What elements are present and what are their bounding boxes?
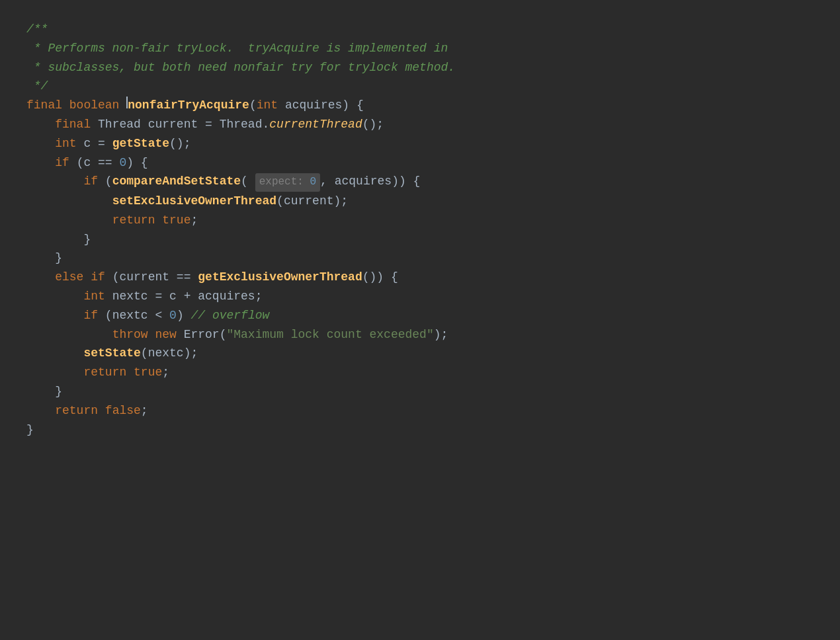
keyword-token: true: [134, 363, 162, 382]
plain-token: , acquires)) {: [320, 172, 420, 191]
plain-token: (nextc);: [141, 344, 198, 363]
string-token: "Maximum lock count exceeded": [226, 325, 433, 344]
method-token: currentThread: [269, 115, 362, 134]
plain-token: [26, 363, 83, 382]
code-line-14: else if (current == getExclusiveOwnerThr…: [26, 268, 814, 287]
plain-token: );: [434, 325, 448, 344]
code-line-9: if (compareAndSetState( expect: 0, acqui…: [26, 172, 814, 192]
plain-token: (: [249, 96, 257, 115]
keyword-token: if: [55, 153, 69, 173]
comment-token: * Performs non-fair tryLock. tryAcquire …: [26, 39, 448, 58]
keyword-token: true: [162, 211, 190, 230]
comment-token: * subclasses, but both need nonfair try …: [26, 58, 455, 77]
code-line-13: }: [26, 249, 814, 268]
function-name-token: compareAndSetState: [112, 172, 241, 191]
keyword-token: if: [83, 306, 98, 325]
keyword-token: final: [55, 115, 98, 134]
plain-token: (current);: [276, 192, 348, 211]
plain-token: [26, 306, 83, 325]
number-token: 0: [169, 306, 177, 325]
comment-token: // overflow: [190, 306, 269, 325]
plain-token: [26, 325, 112, 344]
code-line-17: throw new Error("Maximum lock count exce…: [26, 325, 814, 344]
plain-token: [26, 211, 112, 230]
keyword-token: int: [83, 287, 105, 306]
code-line-19: return true;: [26, 363, 814, 382]
code-line-15: int nextc = c + acquires;: [26, 287, 814, 306]
plain-token: ();: [169, 134, 190, 153]
code-line-12: }: [26, 230, 814, 249]
plain-token: ()) {: [362, 268, 398, 287]
plain-token: nextc = c + acquires;: [105, 287, 263, 306]
plain-token: }: [26, 249, 62, 268]
plain-token: [26, 192, 112, 211]
keyword-token: throw: [112, 325, 155, 344]
code-line-1: /**: [26, 20, 814, 39]
code-line-8: if (c == 0) {: [26, 153, 814, 173]
keyword-token: final: [26, 96, 69, 115]
function-name-token: nonfairTryAcquire: [128, 96, 249, 115]
code-line-16: if (nextc < 0) // overflow: [26, 306, 814, 325]
plain-token: ();: [362, 115, 384, 134]
plain-token: ) {: [126, 153, 147, 173]
keyword-token: return: [112, 211, 163, 230]
plain-token: }: [26, 420, 34, 440]
keyword-token: if: [83, 172, 98, 191]
number-token: 0: [119, 153, 126, 173]
plain-token: (c ==: [69, 153, 120, 173]
plain-token: acquires) {: [285, 96, 364, 115]
code-line-10: setExclusiveOwnerThread(current);: [26, 192, 814, 211]
plain-token: [26, 287, 83, 306]
plain-token: ;: [190, 211, 198, 230]
code-editor: /** * Performs non-fair tryLock. tryAcqu…: [0, 0, 840, 640]
plain-token: (: [98, 172, 112, 191]
keyword-token: if: [91, 268, 105, 287]
function-name-token: getState: [112, 134, 169, 153]
plain-token: [26, 153, 55, 173]
keyword-token: else: [55, 268, 91, 287]
plain-token: [26, 268, 55, 287]
code-line-6: final Thread current = Thread.currentThr…: [26, 115, 814, 134]
plain-token: Error(: [184, 325, 227, 344]
plain-token: [26, 134, 55, 153]
plain-token: [26, 344, 83, 363]
plain-token: }: [26, 230, 91, 249]
plain-token: [26, 401, 55, 420]
plain-token: c =: [77, 134, 112, 153]
comment-token: */: [26, 77, 48, 96]
plain-token: ;: [141, 401, 148, 420]
code-line-18: setState(nextc);: [26, 344, 814, 363]
plain-token: (nextc <: [98, 306, 169, 325]
plain-token: ): [177, 306, 191, 325]
keyword-token: boolean: [69, 96, 126, 115]
param-hint-number: 0: [310, 176, 317, 188]
plain-token: (: [241, 172, 255, 191]
plain-token: (current ==: [105, 268, 198, 287]
plain-token: Thread current = Thread.: [98, 115, 269, 134]
keyword-token: new: [155, 325, 183, 344]
code-line-7: int c = getState();: [26, 134, 814, 153]
code-line-3: * subclasses, but both need nonfair try …: [26, 58, 814, 77]
plain-token: ;: [162, 363, 169, 382]
plain-token: [26, 172, 83, 191]
function-name-token: setState: [83, 344, 140, 363]
code-line-11: return true;: [26, 211, 814, 230]
param-hint-badge: expect: 0: [255, 173, 320, 192]
keyword-token: int: [55, 134, 76, 153]
keyword-token: int: [257, 96, 285, 115]
code-line-21: return false;: [26, 401, 814, 420]
code-line-4: */: [26, 77, 814, 96]
plain-token: [26, 115, 55, 134]
code-line-2: * Performs non-fair tryLock. tryAcquire …: [26, 39, 814, 58]
plain-token: }: [26, 382, 62, 401]
keyword-token: return: [55, 401, 105, 420]
code-line-20: }: [26, 382, 814, 401]
code-line-5: final boolean nonfairTryAcquire(int acqu…: [26, 96, 814, 115]
function-name-token: setExclusiveOwnerThread: [112, 192, 276, 211]
keyword-token: return: [83, 363, 134, 382]
comment-token: /**: [26, 20, 48, 39]
keyword-token: false: [105, 401, 141, 420]
function-name-token: getExclusiveOwnerThread: [198, 268, 362, 287]
code-line-22: }: [26, 420, 814, 440]
